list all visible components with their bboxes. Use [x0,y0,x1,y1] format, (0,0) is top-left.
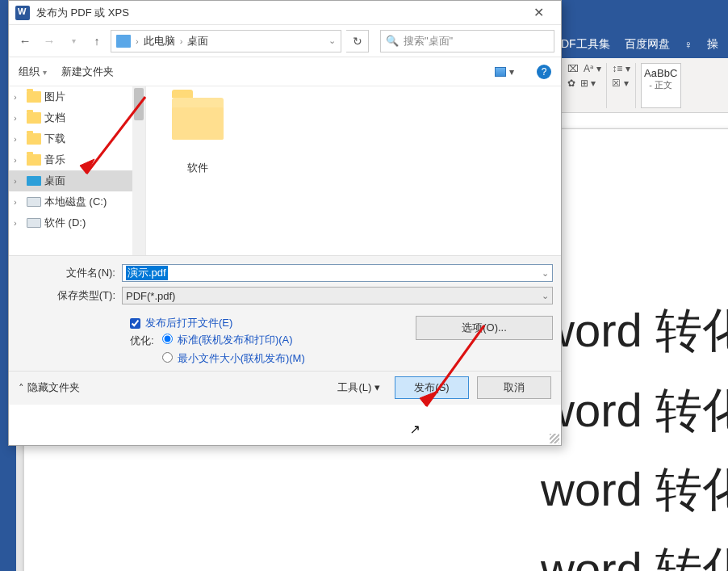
savetype-select[interactable]: PDF(*.pdf) ⌄ [122,287,553,304]
optimize-label: 优化: [130,334,154,348]
ribbon-tab-baidu[interactable]: 百度网盘 [625,37,670,52]
cancel-button[interactable]: 取消 [477,376,551,399]
chevron-down-icon[interactable]: ⌄ [328,36,336,46]
chevron-up-icon: ˄ [19,382,24,394]
radio-min[interactable] [162,352,173,363]
view-button[interactable]: ▾ [495,66,514,78]
drive-icon [27,218,41,228]
desktop-icon [27,176,41,186]
doc-text-line: word 转化 [541,291,728,371]
organize-menu[interactable]: 组织 ▾ [19,65,47,79]
toolbar: 组织 ▾ 新建文件夹 ▾ ? [9,57,561,86]
divider [635,63,636,108]
folder-icon [27,91,41,103]
new-folder-button[interactable]: 新建文件夹 [61,65,114,79]
dialog-title: 发布为 PDF 或 XPS [36,6,522,20]
ruler [561,113,728,129]
tree-item-drive-d[interactable]: ›软件 (D:) [9,212,145,233]
tree-scrollbar[interactable] [132,86,145,255]
nav-tree[interactable]: ›图片 ›文档 ›下载 ›音乐 ›桌面 ›本地磁盘 (C:) ›软件 (D:) [9,86,146,255]
publish-button[interactable]: 发布(S) [395,376,469,399]
doc-text-line: word 转化 [541,530,728,571]
folder-icon [27,112,41,124]
chevron-down-icon[interactable]: ⌄ [542,291,549,301]
folder-label: 软件 [165,161,230,175]
dialog-footer: ˄隐藏文件夹 工具(L) ▾ 发布(S) 取消 [9,371,561,405]
dialog-titlebar: 发布为 PDF 或 XPS ✕ [9,1,561,25]
radio-standard[interactable] [162,334,173,344]
options-area: 发布后打开文件(E) 优化: 标准(联机发布和打印)(A) 最小文件大小(联机发… [9,311,561,371]
opt-standard-radio[interactable]: 标准(联机发布和打印)(A) [162,334,305,347]
search-placeholder: 搜索"桌面" [404,34,453,48]
tree-item-documents[interactable]: ›文档 [9,107,145,128]
tree-item-desktop[interactable]: ›桌面 [9,170,145,191]
publish-dialog: 发布为 PDF 或 XPS ✕ ← → ▾ ↑ › 此电脑 › 桌面 ⌄ ↻ 🔍… [8,0,562,446]
tree-item-pictures[interactable]: ›图片 [9,86,145,107]
clear-format-icon[interactable]: ⌧Aᵃ ▾ [567,63,601,74]
close-button[interactable]: ✕ [522,2,554,24]
style-normal[interactable]: AaBbC - 正文 [641,63,681,108]
tree-item-downloads[interactable]: ›下载 [9,128,145,149]
line-spacing-icon[interactable]: ↕≡ ▾ [612,63,630,74]
chevron-right-icon: › [180,36,183,46]
savetype-label: 保存类型(T): [17,288,122,303]
cursor-icon [410,422,421,436]
word-icon [15,6,30,20]
tree-item-drive-c[interactable]: ›本地磁盘 (C:) [9,191,145,212]
filename-value: 演示.pdf [126,266,168,280]
fields: 文件名(N): 演示.pdf ⌄ 保存类型(T): PDF(*.pdf) ⌄ [9,256,561,311]
chevron-down-icon[interactable]: ⌄ [542,268,549,279]
folder-item[interactable]: 软件 [165,98,230,175]
crumb-desktop[interactable]: 桌面 [187,34,208,48]
resize-grip[interactable] [550,434,559,443]
help-button[interactable]: ? [537,65,551,79]
history-dropdown[interactable]: ▾ [64,36,83,45]
ribbon-body: ⌧Aᵃ ▾ ✿⊞ ▾ ↕≡ ▾ ☒ ▾ AaBbC - 正文 [561,58,728,113]
doc-text-line: word 转化 [541,450,728,530]
open-after-checkbox[interactable]: 发布后打开文件(E) [130,316,367,330]
search-icon: 🔍 [386,35,399,47]
shading-icon[interactable]: ☒ ▾ [612,78,630,89]
file-list[interactable]: 软件 [146,86,561,255]
tell-me[interactable]: 操 [707,37,718,52]
folder-icon [27,154,41,166]
tools-menu[interactable]: 工具(L) ▾ [337,380,380,395]
forward-button[interactable]: → [40,34,59,48]
hide-folders-link[interactable]: ˄隐藏文件夹 [19,380,80,395]
open-after-check[interactable] [130,318,140,329]
nav-bar: ← → ▾ ↑ › 此电脑 › 桌面 ⌄ ↻ 🔍 搜索"桌面" [9,25,561,57]
doc-text-line: word 转化 [541,371,728,451]
options-button[interactable]: 选项(O)... [416,316,553,340]
chevron-right-icon: › [136,36,139,46]
breadcrumb[interactable]: › 此电脑 › 桌面 ⌄ [111,30,341,52]
tree-item-music[interactable]: ›音乐 [9,149,145,170]
savetype-value: PDF(*.pdf) [126,290,175,302]
filename-input[interactable]: 演示.pdf ⌄ [122,264,553,282]
dialog-body: ›图片 ›文档 ›下载 ›音乐 ›桌面 ›本地磁盘 (C:) ›软件 (D:) … [9,86,561,256]
ribbon-tab-pdf[interactable]: DF工具集 [561,37,610,52]
pc-icon [116,35,131,48]
folder-icon [172,98,224,140]
opt-min-radio[interactable]: 最小文件大小(联机发布)(M) [162,352,305,366]
ribbon-tabs: DF工具集 百度网盘 ♀ 操 [561,32,728,57]
lightbulb-icon: ♀ [684,38,693,51]
drive-icon [27,197,41,207]
up-button[interactable]: ↑ [88,35,106,48]
divider [606,63,607,108]
crumb-this-pc[interactable]: 此电脑 [144,34,175,48]
folder-icon [27,133,41,145]
highlight-icon[interactable]: ✿⊞ ▾ [567,78,601,89]
search-input[interactable]: 🔍 搜索"桌面" [380,30,554,52]
back-button[interactable]: ← [15,34,35,48]
filename-label: 文件名(N): [17,266,122,280]
refresh-button[interactable]: ↻ [346,30,369,52]
